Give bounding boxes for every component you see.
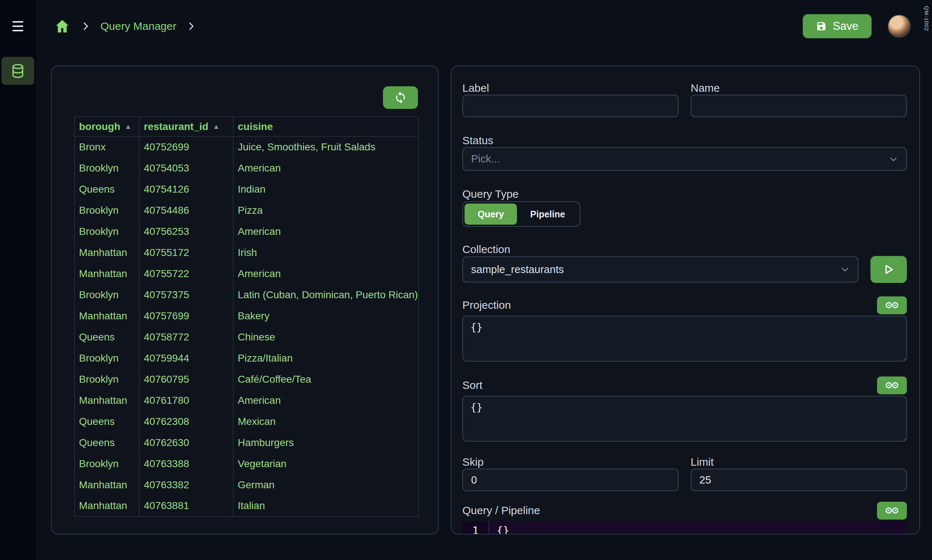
cell-borough: Bronx	[75, 137, 140, 158]
cell-restaurant_id: 40757375	[140, 285, 233, 306]
save-button[interactable]: Save	[803, 14, 872, 38]
label-input[interactable]	[462, 95, 678, 117]
projection-settings-button[interactable]: ⚙⚙	[877, 296, 907, 314]
cell-borough: Brooklyn	[75, 158, 140, 179]
cell-cuisine: Bakery	[233, 306, 419, 327]
table-row[interactable]: Manhattan40755722American	[75, 263, 419, 285]
column-header-borough[interactable]: borough▲	[75, 117, 140, 137]
cell-cuisine: Pizza	[233, 200, 419, 221]
cell-cuisine: Pizza/Italian	[233, 348, 419, 369]
cell-borough: Manhattan	[75, 263, 140, 285]
cell-borough: Manhattan	[75, 390, 140, 411]
cell-cuisine: Italian	[233, 495, 419, 517]
cell-cuisine: Mexican	[233, 411, 419, 432]
table-row[interactable]: Manhattan40761780American	[75, 390, 419, 411]
cell-restaurant_id: 40762630	[140, 432, 233, 453]
cell-cuisine: Indian	[233, 179, 419, 200]
cell-borough: Brooklyn	[75, 348, 140, 369]
table-row[interactable]: Bronx40752699Juice, Smoothies, Fruit Sal…	[75, 137, 419, 158]
breadcrumb-query-manager[interactable]: Query Manager	[100, 20, 176, 32]
chevron-down-icon	[889, 154, 898, 164]
refresh-icon	[394, 91, 407, 104]
collection-select[interactable]: sample_restaurants	[462, 256, 858, 283]
table-row[interactable]: Brooklyn40754486Pizza	[75, 200, 419, 221]
cell-restaurant_id: 40755722	[140, 263, 233, 285]
chevron-right-icon	[80, 21, 91, 32]
cell-borough: Brooklyn	[75, 200, 140, 221]
table-row[interactable]: Queens40762308Mexican	[75, 411, 419, 432]
avatar[interactable]	[887, 15, 911, 38]
cell-restaurant_id: 40754126	[140, 179, 233, 200]
refresh-button[interactable]	[383, 86, 418, 109]
cell-borough: Brooklyn	[75, 285, 140, 306]
cell-restaurant_id: 40755172	[140, 242, 233, 263]
cell-borough: Brooklyn	[75, 369, 140, 390]
run-query-button[interactable]	[870, 256, 907, 283]
sidebar	[0, 0, 36, 560]
skip-label: Skip	[462, 456, 678, 468]
table-row[interactable]: Brooklyn40757375Latin (Cuban, Dominican,…	[75, 285, 419, 306]
query-type-option-pipeline[interactable]: Pipeline	[517, 203, 578, 225]
cell-restaurant_id: 40756253	[140, 221, 233, 242]
cell-restaurant_id: 40757699	[140, 306, 233, 327]
table-row[interactable]: Brooklyn40763388Vegetarian	[75, 453, 419, 474]
chevron-down-icon	[840, 265, 850, 274]
table-row[interactable]: Brooklyn40760795Café/Coffee/Tea	[75, 369, 419, 390]
cell-borough: Queens	[75, 432, 140, 453]
status-label: Status	[462, 135, 907, 146]
menu-button[interactable]	[0, 0, 36, 52]
version-badge: QM-1002	[924, 6, 930, 31]
sort-asc-icon: ▲	[212, 123, 220, 131]
column-header-restaurant-id[interactable]: restaurant_id▲	[140, 117, 233, 137]
gears-icon: ⚙⚙	[885, 505, 897, 516]
table-row[interactable]: Brooklyn40759944Pizza/Italian	[75, 348, 419, 369]
sort-label: Sort	[462, 379, 482, 391]
cell-restaurant_id: 40763388	[140, 453, 233, 474]
cell-borough: Queens	[75, 411, 140, 432]
table-row[interactable]: Manhattan40763881Italian	[75, 495, 419, 517]
cell-cuisine: Chinese	[233, 327, 419, 348]
cell-borough: Manhattan	[75, 306, 140, 327]
sort-asc-icon: ▲	[125, 123, 132, 131]
table-row[interactable]: Queens40758772Chinese	[75, 327, 419, 348]
column-header-cuisine[interactable]: cuisine	[233, 117, 419, 137]
limit-input[interactable]	[691, 469, 907, 491]
cell-borough: Queens	[75, 179, 140, 200]
query-pipeline-settings-button[interactable]: ⚙⚙	[877, 502, 907, 520]
name-input[interactable]	[691, 95, 907, 117]
skip-input[interactable]	[462, 469, 678, 491]
table-row[interactable]: Queens40754126Indian	[75, 179, 419, 200]
cell-cuisine: Hamburgers	[233, 432, 419, 453]
cell-restaurant_id: 40758772	[140, 327, 233, 348]
table-row[interactable]: Brooklyn40754053American	[75, 158, 419, 179]
query-pipeline-label: Query / Pipeline	[462, 505, 540, 516]
cell-cuisine: Café/Coffee/Tea	[233, 369, 419, 390]
cell-borough: Manhattan	[75, 495, 140, 517]
table-row[interactable]: Manhattan40757699Bakery	[75, 306, 419, 327]
projection-input[interactable]: {}	[462, 316, 907, 362]
home-icon[interactable]	[54, 18, 71, 35]
sort-input[interactable]: {}	[462, 396, 907, 442]
collection-label: Collection	[462, 244, 907, 255]
app-root: Query Manager Save QM-1002	[0, 0, 932, 560]
cell-cuisine: Vegetarian	[233, 453, 419, 474]
sort-settings-button[interactable]: ⚙⚙	[877, 377, 907, 394]
name-field-label: Name	[691, 82, 907, 94]
results-panel: borough▲ restaurant_id▲ cuisine Bronx40	[51, 66, 439, 534]
table-row[interactable]: Manhattan40755172Irish	[75, 242, 419, 263]
sidebar-item-queries[interactable]	[2, 57, 34, 85]
query-type-option-query[interactable]: Query	[464, 203, 517, 225]
table-row[interactable]: Manhattan40763382German	[75, 474, 419, 495]
cell-restaurant_id: 40760795	[140, 369, 233, 390]
cell-restaurant_id: 40763382	[140, 474, 233, 495]
status-select[interactable]: Pick...	[462, 147, 907, 171]
query-form-panel: Label Name Status Pick...	[451, 66, 920, 534]
table-row[interactable]: Brooklyn40756253American	[75, 221, 419, 242]
cell-cuisine: German	[233, 474, 419, 495]
cell-borough: Manhattan	[75, 242, 140, 263]
query-type-label: Query Type	[462, 188, 907, 200]
query-type-segmented: Query Pipeline	[462, 202, 580, 227]
query-pipeline-editor[interactable]: 1 {}	[462, 521, 907, 534]
cell-cuisine: Juice, Smoothies, Fruit Salads	[233, 137, 419, 158]
table-row[interactable]: Queens40762630Hamburgers	[75, 432, 419, 453]
